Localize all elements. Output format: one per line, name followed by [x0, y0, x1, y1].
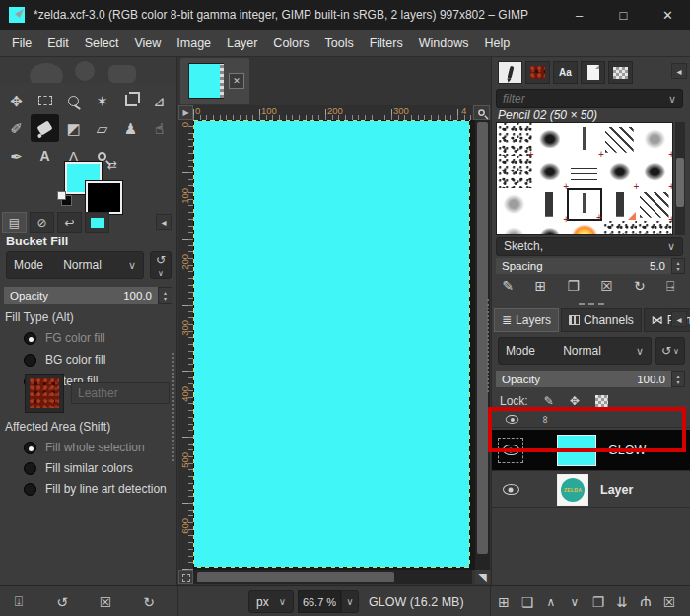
brush-thumbnail[interactable]: [602, 221, 638, 235]
collapse-layers-dock-button[interactable]: ◂: [671, 311, 687, 327]
menu-colors[interactable]: Colors: [265, 30, 316, 57]
brush-thumbnail[interactable]: [532, 188, 568, 221]
image-tab[interactable]: [85, 212, 109, 233]
paint-mode-dropdown[interactable]: Mode Normal ∨: [6, 251, 144, 279]
menu-select[interactable]: Select: [77, 30, 127, 57]
zoom-level-input[interactable]: 66.7 %: [298, 590, 341, 613]
menu-help[interactable]: Help: [476, 30, 518, 57]
lower-layer-button[interactable]: ∨: [564, 586, 586, 616]
gradient-tool[interactable]: ◩: [59, 114, 88, 142]
brush-thumbnail[interactable]: [602, 188, 638, 221]
spacing-spinner[interactable]: ▴▾: [671, 258, 685, 274]
layers-tab[interactable]: ≣Layers: [494, 308, 559, 332]
channels-tab[interactable]: Channels: [561, 308, 642, 332]
image-canvas[interactable]: [193, 120, 470, 568]
brush-thumbnail[interactable]: [497, 123, 532, 156]
open-image-tab[interactable]: ✕: [180, 58, 249, 104]
opacity-spinner[interactable]: ▴▾: [158, 287, 172, 304]
close-button[interactable]: ✕: [646, 0, 690, 30]
layer-row-glow[interactable]: GLOW: [492, 430, 690, 471]
brush-thumbnail[interactable]: [567, 156, 602, 188]
menu-windows[interactable]: Windows: [411, 30, 477, 57]
dock-resize-handle[interactable]: [492, 300, 690, 308]
fill-similar-colors-radio[interactable]: Fill similar colors: [24, 459, 133, 477]
brush-grid-scrollbar-thumb[interactable]: [676, 158, 684, 207]
brush-thumbnail[interactable]: [532, 123, 568, 156]
tool-options-tab[interactable]: ▤: [2, 212, 27, 233]
navigation-preview-button[interactable]: ◥: [475, 570, 490, 584]
open-brush-as-image-button[interactable]: ⍈: [666, 278, 674, 295]
panel-resize-grip[interactable]: [172, 353, 174, 461]
brush-thumbnail[interactable]: [532, 156, 568, 188]
maximize-button[interactable]: □: [601, 0, 646, 30]
fill-whole-selection-radio[interactable]: Fill whole selection: [24, 439, 145, 456]
brush-thumbnail[interactable]: [497, 156, 532, 188]
brush-thumbnail[interactable]: [567, 221, 602, 235]
brush-thumbnail[interactable]: [497, 188, 532, 221]
brush-thumbnail-selected[interactable]: [567, 188, 602, 221]
horizontal-ruler[interactable]: 0 100 200 300 4: [193, 105, 472, 120]
menu-view[interactable]: View: [126, 30, 169, 57]
brush-grid-scrollbar[interactable]: [675, 122, 685, 235]
horizontal-scrollbar-thumb[interactable]: [197, 572, 394, 582]
lock-pixels-toggle[interactable]: ✎: [544, 394, 554, 408]
brushes-tab[interactable]: [498, 61, 522, 84]
brush-thumbnail[interactable]: [602, 156, 638, 188]
delete-layer-button[interactable]: ☒: [658, 586, 680, 616]
menu-edit[interactable]: Edit: [39, 30, 77, 57]
smudge-tool[interactable]: ☝: [145, 114, 173, 142]
layer-opacity-spinner[interactable]: ▴▾: [671, 371, 685, 387]
eraser-tool[interactable]: ▱: [88, 114, 116, 142]
menu-filters[interactable]: Filters: [362, 30, 411, 57]
spacing-slider[interactable]: Spacing 5.0: [496, 258, 671, 274]
gradients-tab[interactable]: [608, 61, 633, 84]
close-image-icon[interactable]: ✕: [229, 73, 244, 89]
glow-visibility-toggle[interactable]: [498, 438, 523, 463]
document-history-tab[interactable]: [581, 61, 605, 84]
brush-thumbnail[interactable]: [637, 156, 672, 188]
new-layer-button[interactable]: ⊞: [493, 586, 515, 616]
collapse-brushes-dock-button[interactable]: ◂: [671, 63, 687, 79]
menu-image[interactable]: Image: [169, 30, 219, 57]
panel-resize-grip[interactable]: [487, 299, 489, 392]
fg-color-fill-radio[interactable]: FG color fill: [24, 329, 105, 347]
brush-filter-input[interactable]: [503, 92, 668, 105]
pattern-thumbnail[interactable]: [26, 375, 63, 412]
bg-color-fill-radio[interactable]: BG color fill: [24, 351, 105, 369]
paintbrush-tool[interactable]: ✐: [2, 114, 31, 142]
fill-line-art-radio[interactable]: Fill by line art detection: [24, 480, 167, 498]
merge-layer-button[interactable]: ⇊: [611, 586, 633, 616]
brush-thumbnail[interactable]: [497, 221, 532, 235]
patterns-tab[interactable]: [525, 61, 550, 84]
move-tool[interactable]: ✥: [2, 87, 31, 114]
bucket-fill-tool[interactable]: [31, 114, 59, 142]
ink-tool[interactable]: ✒: [2, 142, 31, 170]
horizontal-scrollbar[interactable]: [193, 570, 472, 584]
reset-tool-options-button[interactable]: ↻: [138, 586, 160, 616]
layer-row-layer[interactable]: ZELDA Layer: [492, 472, 690, 508]
lock-alpha-toggle[interactable]: [595, 395, 608, 408]
anchor-layer-button[interactable]: Ψ: [635, 586, 656, 616]
quick-mask-toggle[interactable]: [178, 570, 193, 584]
text-tool[interactable]: A: [31, 142, 59, 170]
new-layer-group-button[interactable]: ❏: [517, 586, 538, 616]
brush-thumbnail[interactable]: [637, 221, 672, 235]
free-select-tool[interactable]: [59, 87, 88, 114]
brush-thumbnail[interactable]: [637, 123, 672, 156]
crop-tool[interactable]: [116, 87, 145, 114]
zoom-dropdown-button[interactable]: ∨: [341, 590, 359, 613]
device-status-tab[interactable]: ⊘: [30, 212, 54, 233]
transform-tool[interactable]: ⊿: [145, 87, 173, 114]
minimize-button[interactable]: –: [557, 0, 601, 30]
unit-dropdown[interactable]: px ∨: [248, 590, 294, 613]
rectangle-select-tool[interactable]: [31, 87, 59, 114]
mode-switch-button[interactable]: ↺∨: [150, 251, 172, 279]
brush-thumbnail[interactable]: [532, 221, 568, 235]
background-color-swatch[interactable]: [86, 181, 122, 214]
save-tool-preset-button[interactable]: ⍗: [8, 586, 30, 616]
delete-brush-button[interactable]: ☒: [600, 278, 613, 295]
duplicate-brush-button[interactable]: ❐: [567, 278, 580, 295]
brush-thumbnail[interactable]: [637, 188, 672, 221]
zoom-image-button[interactable]: [473, 105, 490, 120]
fonts-tab[interactable]: Aa: [553, 61, 578, 84]
